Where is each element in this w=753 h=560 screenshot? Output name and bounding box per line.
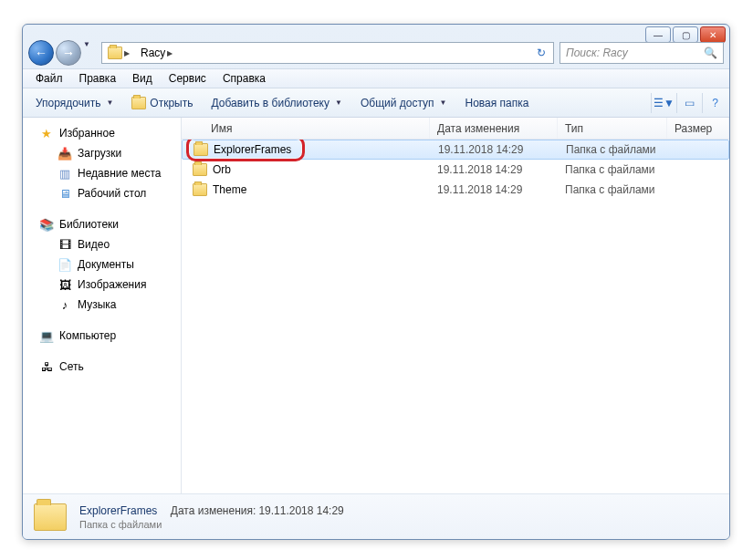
row-date: 19.11.2018 14:29 <box>430 183 558 196</box>
nav-network[interactable]: 🖧Сеть <box>23 357 181 377</box>
nav-recent[interactable]: ▥Недавние места <box>23 163 181 183</box>
nav-desktop-label: Рабочий стол <box>78 187 146 200</box>
menu-bar: Файл Правка Вид Сервис Справка <box>23 68 729 88</box>
details-pane: ExplorerFrames Дата изменения: 19.11.201… <box>23 493 729 539</box>
menu-edit[interactable]: Правка <box>72 70 124 87</box>
toolbar: Упорядочить ▼ Открыть Добавить в библиот… <box>23 88 729 118</box>
details-date-value: 19.11.2018 14:29 <box>258 504 343 517</box>
nav-video-label: Видео <box>78 238 110 251</box>
menu-file[interactable]: Файл <box>28 70 70 87</box>
star-icon: ★ <box>39 126 54 140</box>
content-pane: Имя Дата изменения Тип Размер ExplorerFr… <box>182 118 729 493</box>
table-row[interactable]: ExplorerFrames 19.11.2018 14:29 Папка с … <box>182 140 729 160</box>
new-folder-label: Новая папка <box>465 97 528 109</box>
details-type: Папка с файлами <box>79 519 344 530</box>
favorites-header[interactable]: ★ Избранное <box>23 123 181 143</box>
preview-pane-button[interactable]: ▭ <box>676 93 698 113</box>
computer-icon: 💻 <box>39 328 54 343</box>
add-to-library-button[interactable]: Добавить в библиотеку ▼ <box>204 94 349 112</box>
downloads-icon: 📥 <box>58 146 72 161</box>
col-name[interactable]: Имя <box>182 118 430 139</box>
col-type[interactable]: Тип <box>558 118 667 139</box>
libraries-header[interactable]: 📚 Библиотеки <box>23 214 181 234</box>
favorites-group: ★ Избранное 📥Загрузки ▥Недавние места 🖥Р… <box>23 123 181 203</box>
nav-documents-label: Документы <box>78 258 134 271</box>
nav-recent-label: Недавние места <box>78 167 161 180</box>
library-icon: 📚 <box>39 217 54 232</box>
row-type: Папка с файлами <box>559 143 668 156</box>
menu-help[interactable]: Справка <box>215 70 273 87</box>
file-list[interactable]: ExplorerFrames 19.11.2018 14:29 Папка с … <box>182 140 729 493</box>
nav-buttons: ← → ▼ <box>28 40 96 66</box>
music-icon: ♪ <box>58 297 72 312</box>
details-date-label: Дата изменения: <box>171 504 256 517</box>
row-date: 19.11.2018 14:29 <box>431 143 559 156</box>
view-options-button[interactable]: ☰▼ <box>651 93 673 113</box>
libraries-label: Библиотеки <box>59 218 119 231</box>
video-icon: 🎞 <box>58 237 72 252</box>
menu-view[interactable]: Вид <box>125 70 160 87</box>
share-label: Общий доступ <box>361 97 434 109</box>
organize-button[interactable]: Упорядочить ▼ <box>28 94 120 112</box>
nav-music-label: Музыка <box>78 298 116 311</box>
body: ★ Избранное 📥Загрузки ▥Недавние места 🖥Р… <box>23 118 729 493</box>
nav-video[interactable]: 🎞Видео <box>23 234 181 254</box>
organize-label: Упорядочить <box>36 97 100 109</box>
nav-pictures-label: Изображения <box>78 278 146 291</box>
address-root[interactable]: ▶ <box>104 44 133 62</box>
col-size[interactable]: Размер <box>667 118 729 139</box>
open-label: Открыть <box>150 97 193 109</box>
back-button[interactable]: ← <box>28 40 54 66</box>
open-button[interactable]: Открыть <box>124 94 200 112</box>
col-date[interactable]: Дата изменения <box>430 118 558 139</box>
nav-music[interactable]: ♪Музыка <box>23 295 181 315</box>
nav-row: ← → ▼ ▶ Racy ▶ ↻ Поиск: Racy 🔍 <box>23 37 729 68</box>
row-type: Папка с файлами <box>558 163 667 176</box>
nav-downloads[interactable]: 📥Загрузки <box>23 143 181 163</box>
details-name-text: ExplorerFrames <box>79 504 157 517</box>
chevron-down-icon: ▼ <box>440 99 447 107</box>
table-row[interactable]: Theme 19.11.2018 14:29 Папка с файлами <box>182 180 729 200</box>
share-button[interactable]: Общий доступ ▼ <box>353 94 455 112</box>
search-icon: 🔍 <box>704 47 717 59</box>
network-icon: 🖧 <box>39 359 54 374</box>
nav-computer-label: Компьютер <box>59 329 116 342</box>
new-folder-button[interactable]: Новая папка <box>457 94 536 112</box>
computer-group: 💻Компьютер <box>23 326 181 346</box>
row-name: ExplorerFrames <box>214 143 291 156</box>
row-type: Папка с файлами <box>558 183 667 196</box>
row-name: Theme <box>213 183 246 196</box>
chevron-right-icon: ▶ <box>124 49 130 57</box>
titlebar: — ▢ ✕ <box>23 25 729 37</box>
forward-button[interactable]: → <box>56 40 81 66</box>
network-group: 🖧Сеть <box>23 357 181 377</box>
chevron-down-icon: ▼ <box>335 99 342 107</box>
nav-network-label: Сеть <box>59 360 84 373</box>
folder-icon <box>34 503 67 531</box>
nav-history-dropdown[interactable]: ▼ <box>83 40 96 66</box>
chevron-down-icon: ▼ <box>106 99 113 107</box>
folder-open-icon <box>131 97 146 109</box>
help-button[interactable]: ? <box>702 93 724 113</box>
folder-icon <box>193 143 208 156</box>
nav-computer[interactable]: 💻Компьютер <box>23 326 181 346</box>
refresh-button[interactable]: ↻ <box>531 43 551 63</box>
nav-pictures[interactable]: 🖼Изображения <box>23 275 181 295</box>
row-date: 19.11.2018 14:29 <box>430 163 558 176</box>
chevron-right-icon: ▶ <box>167 49 173 57</box>
details-info: ExplorerFrames Дата изменения: 19.11.201… <box>79 503 344 530</box>
address-segment[interactable]: Racy ▶ <box>137 44 176 62</box>
folder-icon <box>193 183 207 196</box>
favorites-label: Избранное <box>59 127 115 140</box>
nav-documents[interactable]: 📄Документы <box>23 254 181 275</box>
menu-tools[interactable]: Сервис <box>162 70 214 87</box>
row-name: Orb <box>213 163 231 176</box>
nav-pane: ★ Избранное 📥Загрузки ▥Недавние места 🖥Р… <box>23 118 182 493</box>
search-input[interactable]: Поиск: Racy 🔍 <box>560 42 724 64</box>
nav-desktop[interactable]: 🖥Рабочий стол <box>23 183 181 203</box>
address-bar[interactable]: ▶ Racy ▶ ↻ <box>101 42 554 64</box>
explorer-window: — ▢ ✕ ← → ▼ ▶ Racy ▶ ↻ Поиск: Racy 🔍 <box>22 24 730 540</box>
table-row[interactable]: Orb 19.11.2018 14:29 Папка с файлами <box>182 160 729 180</box>
desktop-icon: 🖥 <box>58 186 72 201</box>
details-name: ExplorerFrames Дата изменения: 19.11.201… <box>79 503 344 517</box>
